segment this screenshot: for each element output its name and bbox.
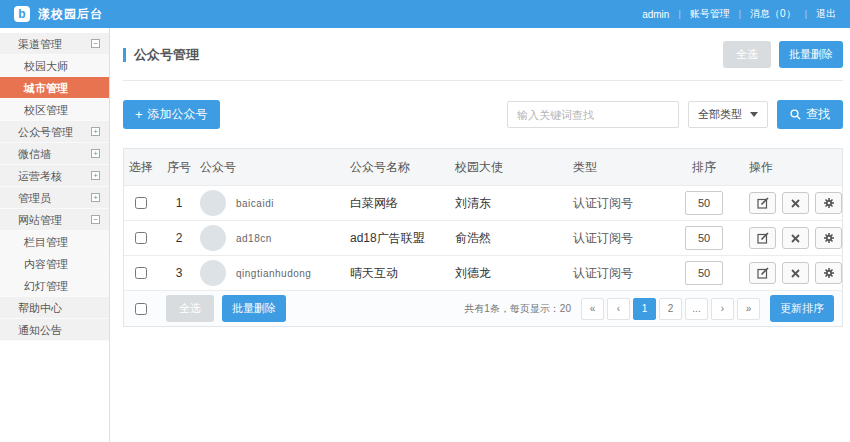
sidebar-item-column-management[interactable]: 栏目管理 [0, 231, 109, 253]
main-content: 公众号管理 全选 批量删除 + 添加公众号 全部类型 [110, 28, 850, 442]
pagination-prev[interactable]: ‹ [607, 298, 630, 320]
delete-button[interactable] [782, 192, 809, 214]
sidebar-item-label: 帮助中心 [18, 302, 62, 314]
edit-button[interactable] [749, 227, 776, 249]
topbar-user-area: admin | 账号管理 | 消息（0） | 退出 [642, 7, 836, 21]
sort-order-input[interactable] [685, 226, 723, 250]
edit-button[interactable] [749, 192, 776, 214]
type-filter-select[interactable]: 全部类型 [688, 101, 768, 128]
pagination-page-1[interactable]: 1 [633, 298, 656, 320]
user-name[interactable]: admin [642, 9, 669, 20]
add-official-account-button[interactable]: + 添加公众号 [123, 100, 220, 129]
delete-button[interactable] [782, 262, 809, 284]
sort-order-input[interactable] [685, 191, 723, 215]
chevron-down-icon [750, 112, 758, 117]
sidebar-item-content-management[interactable]: 内容管理 [0, 253, 109, 275]
search-area: 全部类型 查找 [507, 100, 843, 129]
account-name: 白菜网络 [350, 195, 455, 212]
collapse-icon[interactable]: − [91, 39, 100, 48]
row-checkbox[interactable] [135, 232, 147, 244]
table-row: 3 qingtianhudong 晴天互动 刘德龙 认证订阅号 [124, 255, 842, 290]
pagination-ellipsis[interactable]: ... [685, 298, 708, 320]
sidebar-item-slideshow-management[interactable]: 幻灯管理 [0, 275, 109, 297]
row-checkbox[interactable] [135, 267, 147, 279]
pagination-last[interactable]: » [737, 298, 760, 320]
sidebar-item-wechat-wall[interactable]: 微信墙 + [0, 143, 109, 165]
page-header: 公众号管理 全选 批量删除 [123, 41, 843, 68]
sidebar-item-campus-management[interactable]: 校区管理 [0, 99, 109, 121]
account-management-link[interactable]: 账号管理 [690, 7, 730, 21]
messages-link[interactable]: 消息（0） [750, 7, 796, 21]
pagination-first[interactable]: « [581, 298, 604, 320]
top-bar: b 漾校园后台 admin | 账号管理 | 消息（0） | 退出 [0, 0, 850, 28]
header-sort: 排序 [673, 159, 735, 176]
account-name: 晴天互动 [350, 265, 455, 282]
app-logo-icon: b [14, 6, 30, 22]
pagination-page-2[interactable]: 2 [659, 298, 682, 320]
account-type: 认证订阅号 [573, 230, 673, 247]
sort-order-input[interactable] [685, 261, 723, 285]
row-index: 2 [158, 231, 200, 245]
footer-bulk-actions: 全选 批量删除 [124, 295, 286, 322]
sidebar-item-administrators[interactable]: 管理员 + [0, 187, 109, 209]
update-sort-button[interactable]: 更新排序 [770, 295, 834, 322]
header-actions: 操作 [735, 159, 842, 176]
close-icon [791, 269, 800, 278]
sidebar-item-campus-master[interactable]: 校园大师 [0, 55, 109, 77]
header-ambassador: 校园大使 [455, 159, 573, 176]
ambassador-name: 俞浩然 [455, 230, 573, 247]
sidebar-item-label: 内容管理 [24, 258, 68, 270]
record-count-text: 共有1条，每页显示：20 [464, 302, 571, 316]
sidebar-item-label: 渠道管理 [18, 38, 62, 50]
settings-button[interactable] [815, 227, 842, 249]
sidebar-item-official-account-management[interactable]: 公众号管理 + [0, 121, 109, 143]
row-checkbox[interactable] [135, 197, 147, 209]
accounts-table: 选择 序号 公众号 公众号名称 校园大使 类型 排序 操作 1 baicaidi… [123, 148, 843, 327]
sidebar-item-channel-management[interactable]: 渠道管理 − [0, 33, 109, 55]
pagination-next[interactable]: › [711, 298, 734, 320]
expand-icon[interactable]: + [91, 193, 100, 202]
keyword-search-input[interactable] [507, 101, 679, 128]
sidebar-item-announcements[interactable]: 通知公告 [0, 319, 109, 341]
settings-button[interactable] [815, 192, 842, 214]
expand-icon[interactable]: + [91, 149, 100, 158]
collapse-icon[interactable]: − [91, 215, 100, 224]
settings-button[interactable] [815, 262, 842, 284]
plus-icon: + [135, 110, 143, 120]
edit-button[interactable] [749, 262, 776, 284]
edit-icon [757, 197, 769, 209]
type-filter-value: 全部类型 [698, 107, 742, 122]
account-id: baicaidi [236, 198, 274, 209]
separator: | [739, 9, 741, 19]
ambassador-name: 刘德龙 [455, 265, 573, 282]
search-button[interactable]: 查找 [777, 100, 843, 129]
row-index: 1 [158, 196, 200, 210]
footer-select-all-button[interactable]: 全选 [166, 295, 214, 322]
expand-icon[interactable]: + [91, 127, 100, 136]
select-all-button[interactable]: 全选 [723, 41, 771, 68]
delete-button[interactable] [782, 227, 809, 249]
table-footer: 全选 批量删除 共有1条，每页显示：20 « ‹ 1 2 ... › » 更新排… [124, 290, 842, 326]
close-icon [791, 199, 800, 208]
search-icon [790, 109, 801, 120]
account-id: qingtianhudong [236, 268, 311, 279]
select-all-checkbox[interactable] [135, 303, 147, 315]
sidebar-item-city-management[interactable]: 城市管理 [0, 77, 109, 99]
sidebar-item-website-management[interactable]: 网站管理 − [0, 209, 109, 231]
batch-delete-button[interactable]: 批量删除 [779, 41, 843, 68]
logout-link[interactable]: 退出 [816, 7, 836, 21]
account-id: ad18cn [236, 233, 272, 244]
expand-icon[interactable]: + [91, 171, 100, 180]
sidebar-item-label: 管理员 [18, 192, 51, 204]
sidebar-item-operation-assessment[interactable]: 运营考核 + [0, 165, 109, 187]
table-header-row: 选择 序号 公众号 公众号名称 校园大使 类型 排序 操作 [124, 149, 842, 185]
account-avatar [200, 225, 226, 251]
footer-pagination-area: 共有1条，每页显示：20 « ‹ 1 2 ... › » 更新排序 [464, 295, 834, 322]
separator: | [678, 9, 680, 19]
edit-icon [757, 232, 769, 244]
header-account: 公众号 [200, 159, 350, 176]
sidebar-item-label: 微信墙 [18, 148, 51, 160]
account-type: 认证订阅号 [573, 195, 673, 212]
sidebar-item-help-center[interactable]: 帮助中心 [0, 297, 109, 319]
footer-batch-delete-button[interactable]: 批量删除 [222, 295, 286, 322]
